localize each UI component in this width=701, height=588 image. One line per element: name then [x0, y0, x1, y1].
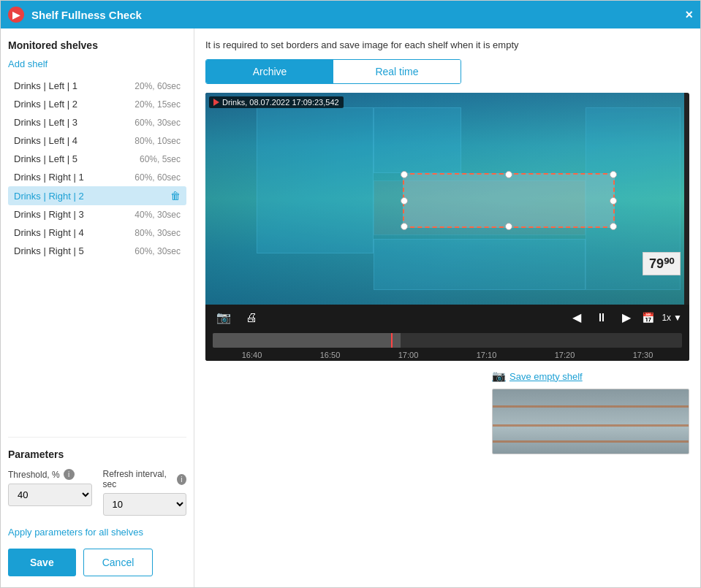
refresh-select[interactable]: 10 5 15 30 60	[103, 493, 187, 516]
save-empty-label: Save empty shelf	[509, 371, 583, 382]
list-item[interactable]: Drinks | Left | 5 60%, 5sec	[8, 150, 186, 168]
shelf-name: Drinks | Right | 2	[14, 191, 163, 202]
threshold-label-text: Threshold, %	[8, 470, 60, 480]
shelf-params: 40%, 30sec	[134, 210, 181, 220]
list-item-active[interactable]: Drinks | Right | 2 🗑	[8, 186, 186, 205]
refresh-label-text: Refresh interval, sec	[103, 469, 173, 489]
right-panel: It is required to set borders and save i…	[194, 28, 700, 587]
shelf-zone-3	[374, 239, 586, 290]
list-item[interactable]: Drinks | Right | 4 80%, 30sec	[8, 224, 186, 242]
shelf-params: 20%, 15sec	[134, 99, 181, 110]
delete-icon[interactable]: 🗑	[170, 190, 181, 202]
tab-realtime[interactable]: Real time	[333, 60, 461, 83]
bottom-buttons: Save Cancel	[8, 549, 186, 576]
camera-icon: 📷	[492, 370, 506, 383]
handle-top-right[interactable]	[610, 171, 617, 178]
time-label-3: 17:00	[369, 351, 447, 359]
refresh-group: Refresh interval, sec i 10 5 15 30 60	[103, 469, 187, 516]
shelf-list: Drinks | Left | 1 20%, 60sec Drinks | Le…	[8, 77, 186, 426]
timeline-track[interactable]	[213, 333, 682, 348]
snapshot-button[interactable]: 📷	[213, 309, 235, 326]
time-label-5: 17:20	[526, 351, 604, 359]
shelf-params: 60%, 5sec	[140, 154, 181, 164]
save-empty-shelf-button[interactable]: 📷 Save empty shelf	[492, 370, 689, 383]
price-tag: 79⁹⁰	[643, 252, 681, 275]
threshold-group: Threshold, % i 40 10 20 30 50 60	[8, 469, 92, 516]
threshold-select[interactable]: 40 10 20 30 50 60	[8, 484, 92, 506]
shelf-name: Drinks | Right | 1	[14, 172, 132, 183]
list-item[interactable]: Drinks | Left | 2 20%, 15sec	[8, 95, 186, 113]
titlebar: ▶ Shelf Fullness Check ×	[1, 1, 700, 28]
fullscreen-button[interactable]: 🖨	[242, 310, 261, 326]
shelf-name: Drinks | Right | 5	[14, 245, 132, 256]
list-item[interactable]: Drinks | Right | 1 60%, 60sec	[8, 168, 186, 186]
list-item[interactable]: Drinks | Left | 3 60%, 30sec	[8, 113, 186, 131]
time-label-4: 17:10	[447, 351, 526, 359]
shelf-params: 20%, 60sec	[134, 81, 181, 91]
selection-box[interactable]	[403, 173, 615, 228]
left-panel: Monitored shelves Add shelf Drinks | Lef…	[1, 28, 194, 587]
content-area: Monitored shelves Add shelf Drinks | Lef…	[1, 28, 700, 587]
apply-all-link[interactable]: Apply parameters for all shelves	[8, 527, 143, 538]
save-empty-section: 📷 Save empty shelf	[492, 370, 689, 454]
app-icon: ▶	[8, 7, 24, 23]
bottom-section: 📷 Save empty shelf	[205, 370, 689, 454]
video-container: Drinks, 08.07.2022 17:09:23,542 79⁹⁰ 📷 🖨…	[205, 93, 689, 361]
shelf-zone-2	[374, 107, 461, 173]
handle-bottom-right[interactable]	[610, 223, 617, 230]
monitored-shelves-title: Monitored shelves	[8, 39, 186, 51]
shelf-params: 60%, 30sec	[134, 118, 181, 128]
shelf-params: 80%, 10sec	[134, 136, 181, 146]
calendar-icon[interactable]: 📅	[642, 312, 654, 324]
add-shelf-link[interactable]: Add shelf	[8, 58, 186, 69]
list-item[interactable]: Drinks | Left | 1 20%, 60sec	[8, 77, 186, 95]
handle-top-left[interactable]	[401, 171, 408, 178]
shelf-bar-2	[493, 424, 689, 427]
cancel-button[interactable]: Cancel	[83, 549, 154, 576]
main-window: ▶ Shelf Fullness Check × Monitored shelv…	[0, 0, 701, 588]
shelf-bar-1	[493, 405, 689, 408]
time-label-2: 16:50	[291, 351, 369, 359]
play-icon	[213, 99, 219, 106]
list-item[interactable]: Drinks | Left | 4 80%, 10sec	[8, 131, 186, 150]
handle-mid-right[interactable]	[610, 197, 617, 205]
shelf-params: 60%, 60sec	[134, 172, 181, 183]
handle-bottom-mid[interactable]	[505, 223, 512, 230]
tabs-container: Archive Real time	[205, 59, 461, 84]
refresh-label: Refresh interval, sec i	[103, 469, 187, 489]
speed-chevron: ▼	[673, 313, 682, 323]
shelf-name: Drinks | Left | 4	[14, 135, 132, 146]
close-button[interactable]: ×	[685, 8, 693, 21]
timeline-progress	[213, 333, 401, 348]
threshold-label: Threshold, % i	[8, 469, 92, 480]
video-feed: Drinks, 08.07.2022 17:09:23,542 79⁹⁰	[205, 93, 684, 305]
timeline-container[interactable]	[205, 330, 689, 349]
shelf-name: Drinks | Right | 3	[14, 209, 132, 220]
speed-label: 1x	[662, 313, 671, 323]
shelf-name: Drinks | Left | 5	[14, 153, 137, 164]
shelf-name: Drinks | Right | 4	[14, 227, 132, 238]
speed-control[interactable]: 1x ▼	[662, 313, 682, 323]
handle-mid-left[interactable]	[401, 197, 408, 205]
handle-top-mid[interactable]	[505, 171, 512, 178]
shelf-params: 60%, 30sec	[134, 246, 181, 256]
timeline-marker	[391, 333, 393, 348]
list-item[interactable]: Drinks | Right | 5 60%, 30sec	[8, 242, 186, 260]
prev-button[interactable]: ◀	[569, 309, 585, 326]
threshold-info-icon[interactable]: i	[64, 469, 75, 480]
next-button[interactable]: ▶	[618, 309, 634, 326]
timestamp-badge: Drinks, 08.07.2022 17:09:23,542	[209, 96, 344, 108]
parameters-section: Parameters Threshold, % i 40 10 20 30 50	[8, 437, 186, 576]
save-button[interactable]: Save	[8, 549, 76, 576]
pause-button[interactable]: ⏸	[592, 310, 611, 326]
timeline-labels: 16:40 16:50 17:00 17:10 17:20 17:30	[205, 349, 689, 361]
instruction-text: It is required to set borders and save i…	[205, 39, 689, 50]
empty-shelf-preview	[492, 389, 689, 454]
list-item[interactable]: Drinks | Right | 3 40%, 30sec	[8, 205, 186, 224]
shelf-name: Drinks | Left | 3	[14, 117, 132, 128]
video-controls: 📷 🖨 ◀ ⏸ ▶ 📅 1x ▼	[205, 305, 689, 330]
handle-bottom-left[interactable]	[401, 223, 408, 230]
shelf-name: Drinks | Left | 1	[14, 80, 132, 91]
refresh-info-icon[interactable]: i	[177, 474, 186, 485]
tab-archive[interactable]: Archive	[206, 60, 333, 83]
